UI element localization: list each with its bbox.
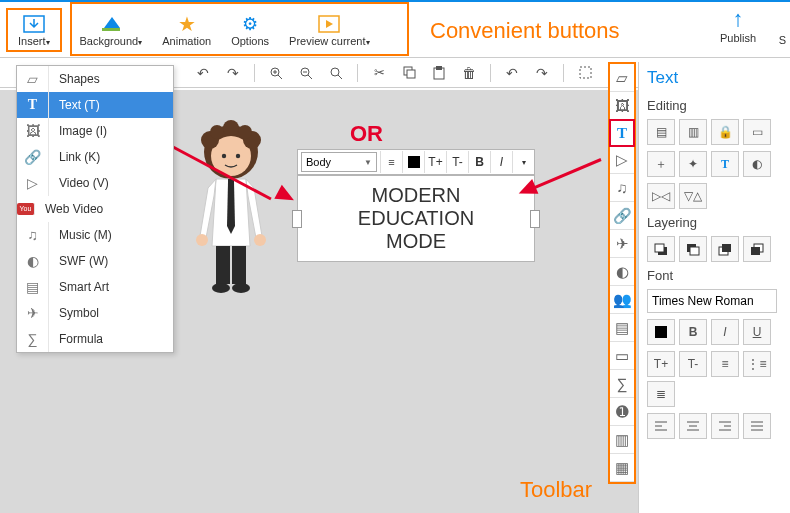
flip-v-button[interactable]: ▽△ <box>679 183 707 209</box>
svg-rect-13 <box>407 70 415 78</box>
video-icon: ▷ <box>17 170 49 196</box>
vtool-shape[interactable]: ▱ <box>610 64 634 92</box>
font-color-button[interactable] <box>647 319 675 345</box>
vtool-symbol[interactable]: ✈ <box>610 230 634 258</box>
edit-btn-4[interactable]: ▭ <box>743 119 771 145</box>
redo-button[interactable]: ↷ <box>220 60 246 86</box>
zoom-reset-button[interactable] <box>323 60 349 86</box>
list-numbers-button[interactable]: ⋮≡ <box>743 351 771 377</box>
publish-button[interactable]: ↑ Publish <box>720 6 756 44</box>
dropdown-swf[interactable]: ◐SWF (W) <box>17 248 173 274</box>
canvas-textbox[interactable]: MODERN EDUCATION MODE <box>297 175 535 262</box>
vtool-music[interactable]: ♫ <box>610 174 634 202</box>
bold-panel-button[interactable]: B <box>679 319 707 345</box>
select-button[interactable] <box>572 60 598 86</box>
effect-button[interactable]: ✦ <box>679 151 707 177</box>
more-button[interactable]: ◐ <box>743 151 771 177</box>
dropdown-web-video[interactable]: YouWeb Video <box>17 196 173 222</box>
vtool-chart[interactable]: ▤ <box>610 314 634 342</box>
dropdown-image[interactable]: 🖼Image (I) <box>17 118 173 144</box>
italic-panel-button[interactable]: I <box>711 319 739 345</box>
dropdown-smart-art[interactable]: ▤Smart Art <box>17 274 173 300</box>
align-center-button[interactable] <box>679 413 707 439</box>
animation-button[interactable]: ★ Animation <box>154 10 219 50</box>
textbox-line2: EDUCATION <box>316 207 516 230</box>
publish-icon: ↑ <box>720 6 756 32</box>
vtool-swf[interactable]: ◐ <box>610 258 634 286</box>
vtool-callout[interactable]: ▭ <box>610 342 634 370</box>
zoom-in-button[interactable] <box>263 60 289 86</box>
edit-btn-2[interactable]: ▥ <box>679 119 707 145</box>
copy-button[interactable] <box>396 60 422 86</box>
vtool-image[interactable]: 🖼 <box>610 92 634 120</box>
font-down-button[interactable]: T- <box>679 351 707 377</box>
dropdown-link[interactable]: 🔗Link (K) <box>17 144 173 170</box>
image-icon: 🖼 <box>17 118 49 144</box>
text-panel-button[interactable]: T <box>711 151 739 177</box>
send-back-button[interactable] <box>647 236 675 262</box>
text-format-toolbar: Body▼ ≡ T+ T- B I ▾ <box>297 149 535 175</box>
underline-panel-button[interactable]: U <box>743 319 771 345</box>
vtool-link[interactable]: 🔗 <box>610 202 634 230</box>
svg-point-29 <box>196 234 208 246</box>
flip-h-button[interactable]: ▷◁ <box>647 183 675 209</box>
font-size-down-button[interactable]: T- <box>446 151 468 173</box>
align-justify-button[interactable] <box>743 413 771 439</box>
font-up-button[interactable]: T+ <box>647 351 675 377</box>
add-button[interactable]: ＋ <box>647 151 675 177</box>
send-backward-button[interactable] <box>679 236 707 262</box>
svg-rect-1 <box>102 28 120 31</box>
options-button[interactable]: ⚙ Options <box>223 10 277 50</box>
cut-button[interactable]: ✂ <box>366 60 392 86</box>
edit-btn-1[interactable]: ▤ <box>647 119 675 145</box>
delete-button[interactable]: 🗑 <box>456 60 482 86</box>
text-color-button[interactable] <box>402 151 424 173</box>
vtool-formula[interactable]: ∑ <box>610 370 634 398</box>
list-bullets-button[interactable]: ≡ <box>711 351 739 377</box>
dropdown-shapes[interactable]: ▱Shapes <box>17 66 173 92</box>
dropdown-symbol[interactable]: ✈Symbol <box>17 300 173 326</box>
paste-button[interactable] <box>426 60 452 86</box>
zoom-out-button[interactable] <box>293 60 319 86</box>
music-icon: ♫ <box>17 222 49 248</box>
more-format-button[interactable]: ▾ <box>512 151 534 173</box>
bold-button[interactable]: B <box>468 151 490 173</box>
dropdown-text[interactable]: TText (T) <box>17 92 173 118</box>
shapes-icon: ▱ <box>17 66 49 92</box>
lock-button[interactable]: 🔒 <box>711 119 739 145</box>
dropdown-music[interactable]: ♫Music (M) <box>17 222 173 248</box>
font-family-select[interactable]: Times New Roman <box>647 289 777 313</box>
undo-button[interactable]: ↶ <box>190 60 216 86</box>
bring-forward-button[interactable] <box>711 236 739 262</box>
top-toolbar: Insert▾ Background▾ ★ Animation ⚙ Option… <box>0 2 790 58</box>
vtool-people[interactable]: 👥 <box>610 286 634 314</box>
align-left-button[interactable] <box>647 413 675 439</box>
align-more-button[interactable]: ≣ <box>647 381 675 407</box>
vtool-number[interactable]: ➊ <box>610 398 634 426</box>
svg-point-27 <box>236 154 240 158</box>
text-style-select[interactable]: Body▼ <box>301 152 377 172</box>
rotate-left-button[interactable]: ↶ <box>499 60 525 86</box>
vtool-text[interactable]: T <box>609 119 635 147</box>
svg-point-33 <box>212 283 230 293</box>
resize-handle-left[interactable] <box>292 210 302 228</box>
italic-button[interactable]: I <box>490 151 512 173</box>
preview-button[interactable]: Preview current▾ <box>281 10 377 50</box>
bring-front-button[interactable] <box>743 236 771 262</box>
resize-handle-right[interactable] <box>530 210 540 228</box>
dropdown-video[interactable]: ▷Video (V) <box>17 170 173 196</box>
bullets-button[interactable]: ≡ <box>380 151 402 173</box>
dropdown-formula[interactable]: ∑Formula <box>17 326 173 352</box>
background-button[interactable]: Background▾ <box>72 10 151 50</box>
align-right-button[interactable] <box>711 413 739 439</box>
properties-panel: Text Editing ▤ ▥ 🔒 ▭ ＋ ✦ T ◐ ▷◁ ▽△ Layer… <box>638 62 790 513</box>
svg-point-23 <box>210 125 224 139</box>
character-image[interactable] <box>188 116 274 296</box>
insert-button[interactable]: Insert▾ <box>10 10 58 50</box>
panel-title: Text <box>647 68 782 88</box>
vtool-video[interactable]: ▷ <box>610 146 634 174</box>
font-size-up-button[interactable]: T+ <box>424 151 446 173</box>
vtool-smartart[interactable]: ▥ <box>610 426 634 454</box>
rotate-right-button[interactable]: ↷ <box>529 60 555 86</box>
vtool-other[interactable]: ▦ <box>610 454 634 482</box>
